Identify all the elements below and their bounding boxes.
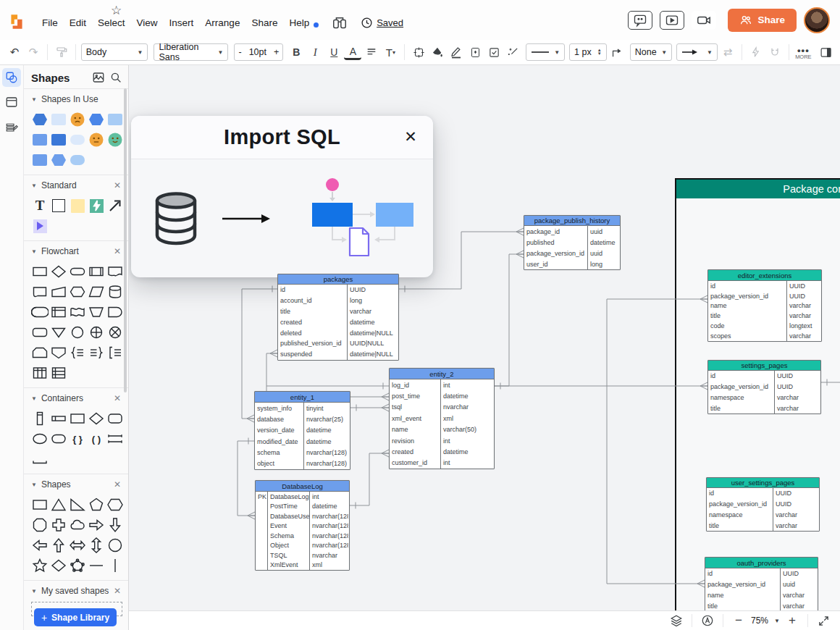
field-name-cell[interactable]: created [390, 446, 440, 457]
field-type-cell[interactable]: varchar [773, 510, 819, 521]
used-shape-square[interactable] [50, 131, 67, 148]
fullscreen-button[interactable] [814, 613, 833, 629]
used-shape-hexagon[interactable] [50, 151, 67, 169]
menu-share[interactable]: Share [245, 13, 283, 33]
shape-terminator[interactable] [69, 263, 86, 280]
field-name-cell[interactable]: published_version_id [278, 338, 347, 349]
shape-arrow-northeast[interactable] [106, 197, 124, 214]
field-type-cell[interactable]: datetime [348, 316, 398, 327]
shape-cloud[interactable] [69, 516, 86, 534]
connector-style-button[interactable] [608, 43, 626, 62]
field-type-cell[interactable]: uuid [588, 226, 620, 237]
field-type-cell[interactable]: int [310, 492, 348, 502]
shape-arrow-up[interactable] [50, 537, 67, 554]
bold-button[interactable]: B [287, 43, 305, 62]
used-shape-emoji-happy[interactable] [106, 131, 124, 148]
section-header-containers[interactable]: ▼Containers✕ [31, 393, 124, 403]
dialog-close-icon[interactable]: ✕ [401, 127, 420, 146]
shape-extract[interactable] [50, 324, 67, 341]
shape-process[interactable] [31, 263, 49, 280]
image-icon[interactable] [92, 71, 105, 84]
shape-pill-container[interactable] [50, 430, 67, 448]
search-icon[interactable] [109, 71, 122, 84]
custom-shapes-panel-tab[interactable] [2, 117, 21, 136]
field-name-cell[interactable]: post_time [390, 390, 440, 401]
shape-alternate-process[interactable] [31, 324, 49, 341]
field-name-cell[interactable]: package_version_id [708, 291, 786, 301]
field-name-cell[interactable]: package_version_id [524, 248, 587, 259]
line-color-button[interactable] [448, 43, 465, 62]
field-type-cell[interactable]: long [588, 259, 620, 269]
shape-manual-input[interactable] [50, 283, 67, 301]
field-name-cell[interactable]: PostTime [268, 502, 309, 512]
shape-ellipse-container[interactable] [31, 430, 49, 448]
layers-button[interactable] [667, 613, 686, 629]
field-name-cell[interactable]: deleted [278, 327, 347, 338]
comment-feedback-button[interactable] [628, 11, 652, 30]
field-type-cell[interactable]: nvarchar(128) [310, 511, 348, 521]
font-size-value[interactable]: 10pt [245, 47, 270, 57]
field-name-cell[interactable]: schema [255, 447, 303, 458]
field-type-cell[interactable]: int [441, 435, 494, 446]
shape-cross[interactable] [50, 516, 67, 534]
sidebar-scrollbar[interactable] [124, 88, 127, 392]
shape-rounded-container[interactable] [106, 410, 124, 427]
accessibility-button[interactable] [698, 613, 717, 629]
shape-summing-junction[interactable] [106, 324, 124, 341]
font-select[interactable]: Liberation Sans▼ [154, 43, 228, 61]
field-name-cell[interactable]: modified_date [255, 436, 303, 447]
field-name-cell[interactable]: name [705, 590, 780, 601]
field-type-cell[interactable]: datetime [310, 502, 348, 512]
field-type-cell[interactable]: varchar [775, 392, 820, 403]
shape-frame-lines[interactable] [106, 430, 124, 448]
field-type-cell[interactable]: datetime [441, 390, 494, 401]
shape-delay[interactable] [106, 303, 124, 321]
field-name-cell[interactable]: scopes [708, 331, 786, 341]
field-type-cell[interactable]: varchar [787, 311, 821, 321]
field-type-cell[interactable]: int [441, 458, 494, 469]
shape-rectangle[interactable] [50, 197, 67, 214]
field-type-cell[interactable]: varchar [787, 301, 821, 311]
shape-star-pentagon[interactable] [69, 557, 86, 574]
field-type-cell[interactable]: UUID [348, 285, 398, 295]
right-panel-toggle[interactable] [817, 43, 834, 62]
field-name-cell[interactable]: customer_id [390, 458, 440, 469]
section-header-saved[interactable]: ▼My saved shapes✕ [31, 586, 124, 596]
fill-color-button[interactable] [429, 43, 446, 62]
shape-rect-container[interactable] [69, 410, 86, 427]
field-type-cell[interactable]: varchar [781, 600, 818, 611]
field-type-cell[interactable]: varchar(50) [441, 424, 494, 435]
er-table-settings_pages[interactable]: settings_pagesidpackage_version_idnamesp… [707, 360, 821, 414]
field-type-cell[interactable]: uuid [781, 579, 818, 590]
shape-predefined-process[interactable] [88, 263, 105, 280]
snap-magnet-button[interactable] [766, 43, 784, 62]
field-type-cell[interactable]: UUID|NULL [348, 338, 398, 349]
shape-off-page[interactable] [50, 344, 67, 361]
er-table-DatabaseLog[interactable]: DatabaseLogPKDatabaseLogIDPostTimeDataba… [255, 480, 350, 571]
font-size-increase[interactable]: + [270, 47, 282, 57]
underline-button[interactable]: U [325, 43, 343, 62]
field-type-cell[interactable]: nvarchar(128) [304, 458, 350, 469]
shape-circle[interactable] [106, 537, 124, 554]
field-name-cell[interactable]: package_version_id [705, 579, 780, 590]
field-name-cell[interactable]: title [707, 520, 773, 531]
field-type-cell[interactable]: long [348, 295, 398, 306]
field-name-cell[interactable]: package_id [524, 226, 587, 237]
field-name-cell[interactable]: id [705, 568, 780, 579]
field-type-cell[interactable]: UUID [781, 568, 818, 579]
shape-octagon[interactable] [31, 516, 49, 534]
line-style-select[interactable]: ▼ [526, 43, 565, 61]
field-type-cell[interactable]: nvarchar(128) [310, 541, 348, 551]
text-options-button[interactable]: T▾ [382, 43, 399, 62]
field-type-cell[interactable]: varchar [773, 520, 819, 531]
field-name-cell[interactable]: Schema [268, 531, 309, 541]
field-name-cell[interactable]: user_id [524, 259, 587, 269]
field-name-cell[interactable]: created [278, 316, 347, 327]
font-size-decrease[interactable]: - [235, 47, 245, 57]
shape-connector[interactable] [69, 324, 86, 341]
field-type-cell[interactable]: UUID [773, 488, 819, 499]
section-header-inuse[interactable]: ▼Shapes In Use [31, 94, 124, 104]
field-name-cell[interactable]: TSQL [268, 550, 309, 560]
field-type-cell[interactable]: nvarchar(25) [304, 413, 350, 424]
field-name-cell[interactable]: id [707, 488, 773, 499]
